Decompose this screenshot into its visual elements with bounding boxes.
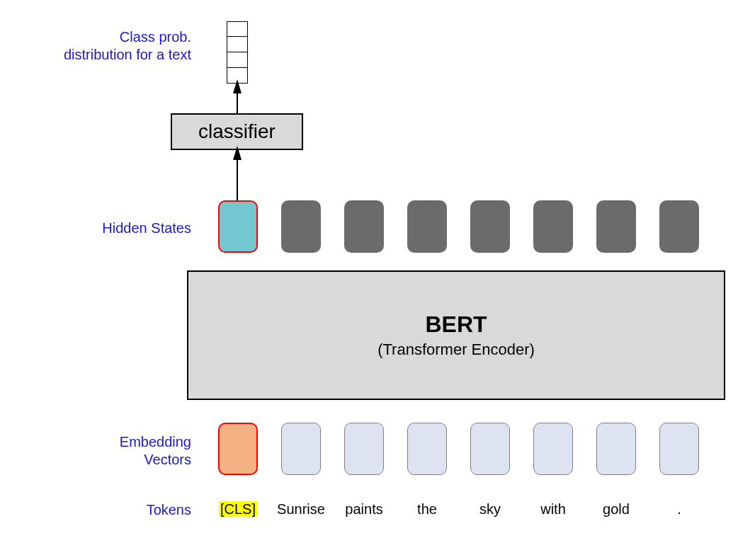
token: sky: [462, 501, 518, 518]
classifier-box: classifier: [171, 113, 303, 150]
embedding-vector: [407, 423, 447, 475]
hidden-state: [344, 200, 384, 253]
bert-title: BERT: [425, 312, 487, 338]
hidden-state: [281, 200, 321, 253]
bert-box: BERT (Transformer Encoder): [187, 270, 725, 400]
token: Sunrise: [269, 501, 333, 518]
token: .: [651, 501, 708, 518]
embedding-vector: [659, 423, 699, 475]
embedding-cls: [218, 423, 258, 475]
bert-subtitle: (Transformer Encoder): [377, 341, 535, 359]
label-class-prob: Class prob. distribution for a text: [28, 28, 191, 64]
prob-cell: [227, 21, 248, 37]
prob-distribution: [227, 21, 248, 84]
embedding-vector: [533, 423, 573, 475]
hidden-state: [533, 200, 573, 253]
prob-cell: [227, 37, 248, 52]
hidden-state: [470, 200, 510, 253]
label-tokens: Tokens: [57, 501, 191, 519]
label-embedding-vectors: Embedding Vectors: [57, 433, 191, 469]
hidden-state-cls: [218, 200, 258, 253]
token: with: [525, 501, 581, 518]
arrow-classifier-to-prob: [236, 84, 239, 113]
token-cls-text: [CLS]: [219, 501, 257, 517]
arrow-cls-to-classifier: [236, 150, 239, 200]
embedding-vector: [344, 423, 384, 475]
label-hidden-states: Hidden States: [57, 219, 191, 237]
prob-cell: [227, 68, 248, 84]
embedding-vector: [281, 423, 321, 475]
hidden-state: [659, 200, 699, 253]
token: gold: [588, 501, 645, 518]
hidden-state: [596, 200, 636, 253]
token-cls: [CLS]: [211, 501, 265, 518]
token: paints: [336, 501, 392, 518]
token: the: [399, 501, 455, 518]
prob-cell: [227, 52, 248, 68]
hidden-state: [407, 200, 447, 253]
embedding-vector: [596, 423, 636, 475]
embedding-vector: [470, 423, 510, 475]
